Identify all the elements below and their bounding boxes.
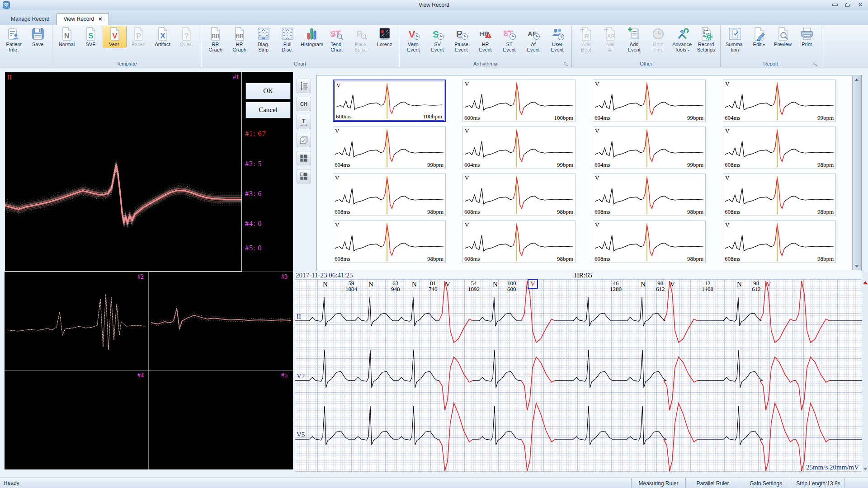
ribbon-button-histogram[interactable]: Histogram — [299, 26, 325, 47]
scroll-down-icon[interactable] — [854, 265, 859, 267]
beat-label-n[interactable]: N — [641, 281, 646, 288]
svg-text:R: R — [584, 32, 589, 40]
beat-label-n[interactable]: N — [323, 281, 328, 288]
scroll-up-icon[interactable] — [854, 79, 859, 81]
ribbon-button-paced[interactable]: PPaced — [127, 26, 151, 47]
template-superimposed-waveform — [5, 72, 241, 271]
ecg-grid[interactable]: N591004N63948N81740V541092N100600V461280… — [295, 279, 862, 472]
ribbon-button-st-event[interactable]: STST Event — [497, 26, 521, 53]
ribbon-button-sve[interactable]: SSVE — [79, 26, 103, 47]
ribbon-button-diag-strip-label: Diag. Strip — [258, 42, 269, 52]
text-width-button[interactable]: T — [297, 115, 311, 129]
ribbon-button-rr-graph[interactable]: RRRR Graph — [203, 26, 227, 53]
beat-label-n[interactable]: N — [412, 281, 417, 288]
beat-thumbnail[interactable]: V 608ms 98bpm — [723, 174, 836, 216]
ribbon-button-pace-spike[interactable]: PPace Spike — [349, 26, 373, 53]
thumbnail-rr-label: 608ms — [725, 255, 741, 263]
thumbnail-scrollbar[interactable] — [852, 76, 861, 270]
ribbon-button-print[interactable]: Print — [795, 26, 819, 47]
beat-thumbnail[interactable]: V 608ms 98bpm — [333, 174, 446, 216]
ribbon-button-artifact[interactable]: XArtifact — [151, 26, 175, 47]
ribbon-button-add-beat[interactable]: RAdd Beat — [574, 26, 598, 53]
cancel-button[interactable]: Cancel — [245, 102, 291, 118]
beat-thumbnail[interactable]: V 604ms 99bpm — [723, 80, 836, 122]
thumbnail-lead-label: V — [725, 174, 729, 182]
thumbnail-bpm-label: 99bpm — [557, 161, 573, 169]
ribbon-button-save[interactable]: Save — [26, 26, 50, 47]
beat-thumbnail-selected[interactable]: V 600ms 100bpm — [333, 80, 446, 122]
ribbon-button-af-event[interactable]: AFAf Event — [521, 26, 545, 53]
thumbnail-bpm-label: 100bpm — [554, 114, 573, 122]
strip-scrollbar[interactable] — [862, 272, 868, 472]
beat-label-v-selected[interactable]: V — [528, 279, 538, 289]
dialog-launcher-icon[interactable] — [563, 62, 568, 67]
strip-scroll-down-icon[interactable] — [863, 468, 868, 470]
ribbon-button-pace-spike-label: Pace Spike — [354, 42, 367, 52]
tab-view-record[interactable]: View Record ✕ — [57, 13, 109, 25]
grid-partial-button[interactable] — [297, 169, 311, 183]
template-artifact-icon: X — [156, 27, 170, 41]
ribbon-button-diag-strip[interactable]: Diag. Strip — [251, 26, 275, 53]
app-logo-icon — [3, 1, 10, 9]
ribbon-button-lorenz[interactable]: Lorenz — [373, 26, 396, 47]
beat-thumbnail[interactable]: V 600ms 100bpm — [462, 80, 576, 122]
beat-thumbnail[interactable]: V 604ms 99bpm — [593, 80, 706, 122]
ribbon-button-hr-graph[interactable]: HRHR Graph — [227, 26, 251, 53]
channel-button-button[interactable]: CH — [297, 97, 311, 111]
row-sort-button[interactable] — [297, 79, 311, 93]
ribbon-button-add-event[interactable]: Add Event — [622, 26, 646, 53]
tab-manage-record[interactable]: Manage Record — [5, 14, 56, 25]
strip-scroll-up-icon[interactable] — [863, 281, 868, 284]
thumbnail-rr-label: 608ms — [464, 208, 480, 216]
beat-thumbnail[interactable]: V 608ms 98bpm — [723, 221, 836, 263]
beat-label-n[interactable]: N — [737, 281, 742, 288]
parallel-ruler-button[interactable]: Parallel Ruler — [685, 478, 740, 488]
gain-settings-button[interactable]: Gain Settings — [740, 478, 792, 488]
dialog-launcher-icon[interactable] — [813, 62, 818, 67]
ribbon-button-add-af[interactable]: AFAdd Af — [598, 26, 622, 53]
beat-thumbnail[interactable]: V 608ms 98bpm — [723, 127, 836, 169]
tab-close-icon[interactable]: ✕ — [98, 14, 102, 25]
close-button[interactable]: ✕ — [856, 1, 864, 8]
ribbon-button-vent-event[interactable]: VVent. Event — [401, 26, 425, 53]
thumbnail-bpm-label: 100bpm — [423, 113, 442, 120]
ecg-strip-panel: 2017-11-23 06:41:25 HR:65 N591004N63948N… — [295, 272, 862, 472]
beat-thumbnail[interactable]: V 608ms 98bpm — [462, 174, 576, 216]
beat-thumbnail[interactable]: V 604ms 99bpm — [333, 127, 446, 169]
pages-check-button[interactable] — [297, 133, 311, 147]
ribbon-button-pause-event[interactable]: PausePause Event — [449, 26, 473, 53]
beat-label-v[interactable]: V — [766, 281, 771, 288]
ribbon-button-advance-tools[interactable]: Advance Tools ▾ — [670, 26, 694, 54]
ribbon-button-preview[interactable]: Preview — [771, 26, 795, 47]
beat-label-n[interactable]: N — [368, 281, 373, 288]
beat-thumbnail[interactable]: V 604ms 99bpm — [462, 127, 576, 169]
beat-thumbnail[interactable]: V 608ms 98bpm — [593, 221, 706, 263]
ribbon-button-user-event[interactable]: User Event — [545, 26, 569, 53]
ok-button[interactable]: OK — [245, 83, 291, 99]
ribbon-button-ques[interactable]: ?Ques. — [175, 26, 198, 47]
grid-full-button[interactable] — [297, 151, 311, 165]
beat-thumbnail[interactable]: V 608ms 98bpm — [333, 221, 446, 263]
beat-thumbnail[interactable]: V 604ms 99bpm — [593, 127, 706, 169]
beat-thumbnail[interactable]: V 608ms 98bpm — [462, 221, 576, 263]
ribbon-button-goto-time[interactable]: Goto Time — [646, 26, 670, 53]
ribbon-button-patient-info[interactable]: Patient Info. — [2, 26, 26, 53]
ribbon-button-edit[interactable]: Edit ▾ — [747, 26, 771, 48]
ribbon-button-vent[interactable]: VVent. — [103, 26, 127, 47]
template-view-1[interactable]: II #1 — [5, 72, 242, 272]
ribbon-button-tend-chart[interactable]: STTend. Chart — [325, 26, 349, 53]
minimize-button[interactable] — [831, 1, 839, 8]
measuring-ruler-button[interactable]: Measuring Ruler — [631, 478, 685, 488]
beat-label-n[interactable]: N — [493, 281, 498, 288]
beat-label-v[interactable]: V — [445, 281, 450, 288]
restore-button[interactable] — [844, 1, 852, 8]
ribbon-button-sv-event[interactable]: SSV Event — [425, 26, 449, 53]
beat-thumbnail[interactable]: V 608ms 98bpm — [593, 174, 706, 216]
tend-chart-icon: ST — [330, 27, 344, 41]
ribbon-button-record-settings[interactable]: Record Settings — [694, 26, 718, 53]
ribbon-button-normal[interactable]: NNormal — [55, 26, 79, 47]
ribbon-button-summa-tion[interactable]: Summa- tion — [723, 26, 747, 53]
beat-label-v[interactable]: V — [670, 281, 675, 288]
ribbon-button-hr-event[interactable]: HR!HR Event — [473, 26, 497, 53]
ribbon-button-full-disc[interactable]: Full Disc. — [275, 26, 299, 53]
